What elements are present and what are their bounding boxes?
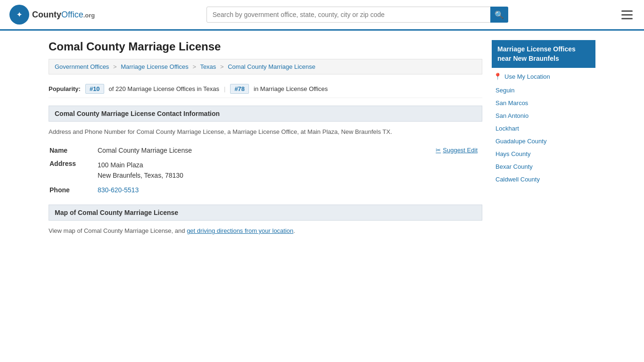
breadcrumb-separator: >: [113, 63, 117, 70]
rank2-badge: #78: [230, 84, 249, 94]
svg-text:✦: ✦: [17, 11, 22, 18]
menu-button[interactable]: [619, 8, 635, 21]
list-item: Seguin: [492, 84, 595, 97]
map-description: View map of Comal County Marriage Licens…: [49, 226, 482, 236]
menu-line: [621, 14, 633, 16]
directions-link[interactable]: get driving directions from your locatio…: [187, 227, 293, 234]
name-label: Name: [50, 144, 97, 156]
sidebar-link-bexar[interactable]: Bexar County: [494, 162, 594, 172]
contact-section-header: Comal County Marriage License Contact In…: [49, 106, 482, 122]
separator: |: [224, 85, 225, 92]
popularity-label: Popularity:: [49, 85, 81, 92]
table-row-phone: Phone 830-620-5513: [50, 184, 481, 196]
location-pin-icon: 📍: [494, 73, 502, 80]
list-item: Guadalupe County: [492, 135, 595, 148]
sidebar-link-san-antonio[interactable]: San Antonio: [494, 111, 594, 121]
breadcrumb-link-marriage[interactable]: Marriage License Offices: [121, 63, 189, 70]
menu-line: [621, 18, 633, 19]
breadcrumb-link-gov[interactable]: Government Offices: [55, 63, 109, 70]
use-location-area: 📍 Use My Location: [492, 73, 595, 80]
search-area: 🔍: [206, 7, 508, 23]
phone-link[interactable]: 830-620-5513: [98, 186, 139, 194]
sidebar-link-caldwell[interactable]: Caldwell County: [494, 174, 594, 184]
table-row-address: Address 100 Main Plaza New Braunfels, Te…: [50, 157, 481, 183]
map-desc-start: View map of Comal County Marriage Licens…: [49, 227, 187, 234]
sidebar: Marriage License Offices near New Braunf…: [492, 40, 595, 240]
main-container: Comal County Marriage License Government…: [39, 31, 605, 250]
search-button[interactable]: 🔍: [490, 7, 508, 23]
breadcrumb: Government Offices > Marriage License Of…: [49, 59, 482, 74]
logo-area: ✦ CountyOffice.org: [9, 5, 95, 25]
header: ✦ CountyOffice.org 🔍: [0, 0, 644, 31]
phone-label: Phone: [50, 184, 97, 196]
address-label: Address: [50, 157, 97, 183]
sidebar-link-seguin[interactable]: Seguin: [494, 85, 594, 95]
search-input[interactable]: [206, 7, 508, 23]
table-row-name: Name Comal County Marriage License ✂ Sug…: [50, 144, 481, 156]
suggest-edit-button[interactable]: ✂ Suggest Edit: [436, 147, 478, 154]
nearby-locations-list: Seguin San Marcos San Antonio Lockhart G…: [492, 84, 595, 186]
breadcrumb-separator: >: [220, 63, 224, 70]
rank1-text: of 220 Marriage License Offices in Texas: [109, 85, 219, 92]
content-area: Comal County Marriage License Government…: [49, 40, 482, 240]
rank2-text: in Marriage License Offices: [254, 85, 328, 92]
contact-description: Address and Phone Number for Comal Count…: [49, 127, 482, 137]
contact-info-table: Name Comal County Marriage License ✂ Sug…: [49, 143, 482, 197]
breadcrumb-separator: >: [192, 63, 196, 70]
name-value: Comal County Marriage License ✂ Suggest …: [98, 144, 481, 156]
edit-icon: ✂: [436, 147, 441, 154]
map-desc-end: .: [293, 227, 295, 234]
list-item: Bexar County: [492, 160, 595, 173]
rank1-badge: #10: [85, 84, 104, 94]
list-item: San Marcos: [492, 97, 595, 109]
logo-text: CountyOffice.org: [32, 10, 95, 20]
breadcrumb-link-texas[interactable]: Texas: [200, 63, 216, 70]
map-section-header: Map of Comal County Marriage License: [49, 205, 482, 221]
sidebar-link-lockhart[interactable]: Lockhart: [494, 123, 594, 133]
sidebar-link-san-marcos[interactable]: San Marcos: [494, 98, 594, 108]
popularity-bar: Popularity: #10 of 220 Marriage License …: [49, 80, 482, 98]
sidebar-link-hays[interactable]: Hays County: [494, 149, 594, 159]
sidebar-link-guadalupe[interactable]: Guadalupe County: [494, 136, 594, 146]
list-item: Lockhart: [492, 122, 595, 135]
page-title: Comal County Marriage License: [49, 40, 482, 53]
menu-line: [621, 10, 633, 12]
list-item: Caldwell County: [492, 173, 595, 186]
search-icon: 🔍: [495, 10, 504, 19]
phone-value: 830-620-5513: [98, 184, 481, 196]
list-item: San Antonio: [492, 109, 595, 122]
breadcrumb-link-current[interactable]: Comal County Marriage License: [228, 63, 315, 70]
logo-icon: ✦: [9, 5, 29, 25]
list-item: Hays County: [492, 148, 595, 160]
sidebar-header: Marriage License Offices near New Braunf…: [492, 40, 595, 68]
use-location-link[interactable]: Use My Location: [504, 73, 550, 80]
address-value: 100 Main Plaza New Braunfels, Texas, 781…: [98, 157, 481, 183]
